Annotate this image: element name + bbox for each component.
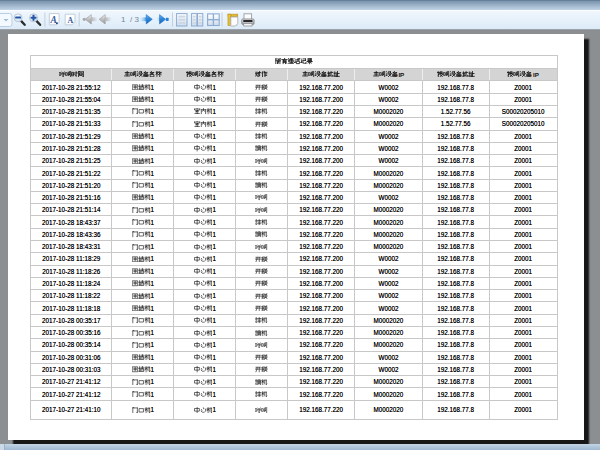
svg-text:A: A [50, 15, 57, 25]
svg-text:A: A [67, 16, 73, 25]
